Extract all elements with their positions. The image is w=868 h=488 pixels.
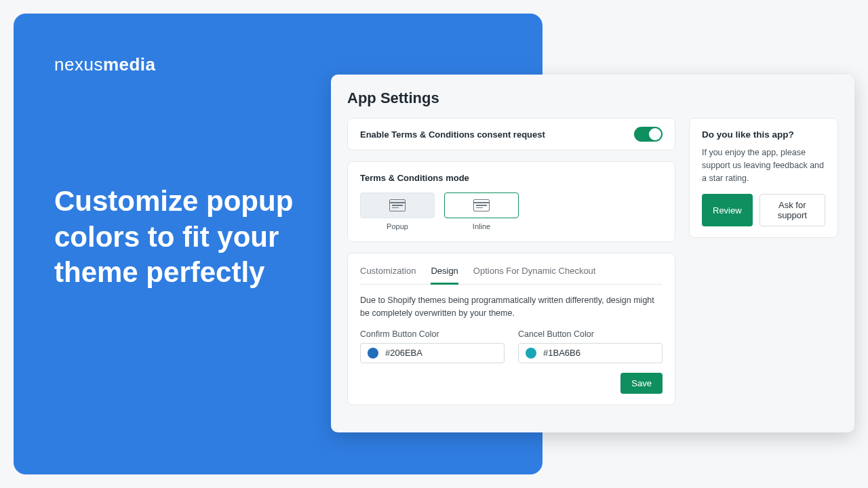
confirm-color-input[interactable]: #206EBA — [360, 343, 505, 363]
logo-text-bold: media — [103, 54, 156, 75]
window-icon — [389, 199, 406, 211]
mode-card: Terms & Conditions mode Popup — [347, 161, 675, 242]
cancel-color-value: #1BA6B6 — [543, 348, 580, 358]
design-card: Customization Design Options For Dynamic… — [347, 253, 675, 405]
save-button[interactable]: Save — [620, 373, 663, 394]
mode-box-popup — [360, 192, 435, 218]
design-note: Due to Shopify themes being programmatic… — [360, 294, 663, 320]
mode-title: Terms & Conditions mode — [360, 173, 663, 183]
brand-logo: nexusmedia — [54, 54, 502, 75]
confirm-color-label: Confirm Button Color — [360, 329, 505, 339]
confirm-color-group: Confirm Button Color #206EBA — [360, 329, 505, 363]
tabs: Customization Design Options For Dynamic… — [360, 262, 663, 285]
tab-dynamic-checkout[interactable]: Options For Dynamic Checkout — [473, 262, 596, 284]
feedback-text: If you enjoy the app, please support us … — [702, 146, 825, 184]
confirm-color-swatch — [368, 348, 378, 359]
mode-box-inline — [444, 192, 519, 218]
review-button[interactable]: Review — [702, 194, 753, 226]
tab-customization[interactable]: Customization — [360, 262, 416, 284]
promo-headline: Customize popup colors to fit your theme… — [54, 184, 339, 291]
enable-consent-card: Enable Terms & Conditions consent reques… — [347, 118, 675, 150]
mode-options: Popup Inline — [360, 192, 663, 230]
window-icon — [473, 199, 490, 211]
mode-option-popup[interactable]: Popup — [360, 192, 435, 230]
cancel-color-input[interactable]: #1BA6B6 — [518, 343, 663, 363]
cancel-color-label: Cancel Button Color — [518, 329, 663, 339]
tab-design[interactable]: Design — [431, 262, 458, 285]
logo-text-thin: nexus — [54, 54, 103, 75]
page-title: App Settings — [347, 89, 838, 107]
feedback-card: Do you like this app? If you enjoy the a… — [689, 118, 838, 238]
app-settings-window: App Settings Enable Terms & Conditions c… — [331, 75, 854, 432]
feedback-title: Do you like this app? — [702, 129, 825, 140]
confirm-color-value: #206EBA — [385, 348, 422, 358]
mode-label-inline: Inline — [473, 222, 490, 230]
enable-consent-toggle[interactable] — [634, 127, 663, 142]
mode-label-popup: Popup — [387, 222, 408, 230]
cancel-color-swatch — [526, 348, 536, 359]
enable-consent-label: Enable Terms & Conditions consent reques… — [360, 129, 545, 140]
cancel-color-group: Cancel Button Color #1BA6B6 — [518, 329, 663, 363]
ask-support-button[interactable]: Ask for support — [760, 194, 825, 226]
mode-option-inline[interactable]: Inline — [444, 192, 519, 230]
